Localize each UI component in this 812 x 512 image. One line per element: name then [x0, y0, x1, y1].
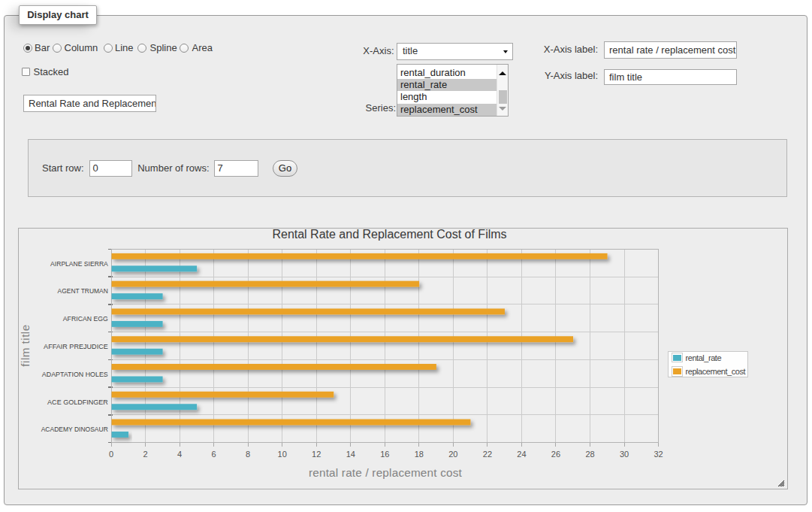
svg-text:14: 14 [346, 450, 355, 459]
svg-text:0: 0 [109, 450, 113, 459]
svg-text:film title: film title [19, 324, 32, 366]
svg-text:6: 6 [212, 450, 216, 459]
svg-text:28: 28 [585, 450, 594, 459]
svg-text:10: 10 [278, 450, 287, 459]
svg-text:rental rate / replacement cost: rental rate / replacement cost [309, 466, 463, 479]
svg-text:AIRPLANE SIERRA: AIRPLANE SIERRA [50, 259, 108, 268]
svg-text:ADAPTATION HOLES: ADAPTATION HOLES [42, 370, 108, 378]
svg-text:16: 16 [380, 450, 389, 459]
svg-text:2: 2 [143, 450, 147, 459]
svg-text:8: 8 [246, 450, 250, 459]
svg-text:26: 26 [551, 450, 560, 459]
svg-text:20: 20 [448, 450, 457, 459]
svg-text:AFRICAN EGG: AFRICAN EGG [63, 314, 108, 323]
svg-text:ACE GOLDFINGER: ACE GOLDFINGER [47, 398, 108, 406]
svg-text:Rental Rate and Replacement Co: Rental Rate and Replacement Cost of Film… [272, 228, 506, 241]
svg-text:30: 30 [620, 450, 629, 459]
svg-text:AGENT TRUMAN: AGENT TRUMAN [58, 286, 108, 295]
svg-text:AFFAIR PREJUDICE: AFFAIR PREJUDICE [44, 342, 108, 350]
svg-text:4: 4 [177, 450, 182, 459]
svg-text:24: 24 [517, 450, 526, 459]
svg-text:22: 22 [483, 450, 492, 459]
svg-text:ACADEMY DINOSAUR: ACADEMY DINOSAUR [41, 425, 108, 433]
svg-text:32: 32 [654, 450, 663, 459]
svg-text:12: 12 [312, 450, 321, 459]
svg-text:18: 18 [415, 450, 424, 459]
